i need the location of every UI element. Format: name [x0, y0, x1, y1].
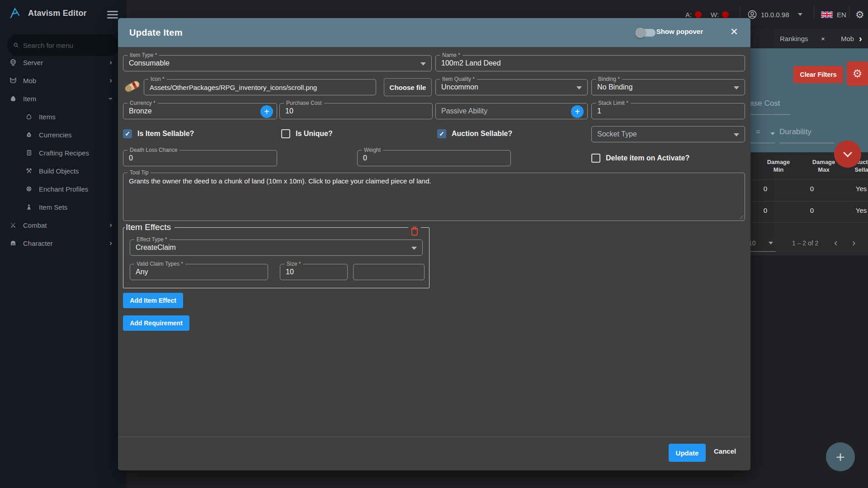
tab-scroll-right-icon[interactable]: ›: [859, 29, 862, 48]
sidebar-item-character[interactable]: Character ›: [0, 234, 127, 252]
atavism-logo-icon: [8, 6, 22, 20]
stack-limit-input[interactable]: Stack Limit * 1: [591, 103, 745, 119]
purchase-cost-input[interactable]: Purchase Cost 10: [279, 103, 433, 119]
sidebar-item-build-objects[interactable]: ⚒ Build Objects: [0, 162, 127, 180]
icon-path-input[interactable]: Icon * Assets/OtherPackages/RPG_inventor…: [144, 79, 376, 95]
filter-operator-caret-icon[interactable]: [770, 132, 775, 135]
item-type-select[interactable]: Item Type * Consumable: [123, 55, 432, 71]
settings-button[interactable]: ⚙: [855, 0, 864, 29]
sidebar-item-server[interactable]: Server ›: [0, 53, 127, 71]
delete-on-activate-checkbox[interactable]: Delete item on Activate?: [591, 154, 689, 163]
name-input[interactable]: Name * 100m2 Land Deed: [435, 55, 745, 71]
admin-status-label: A:: [685, 11, 692, 19]
enchant-orb-icon: [25, 186, 33, 192]
size-input[interactable]: Size * 10: [280, 264, 348, 280]
valid-claim-types-input[interactable]: Valid Claim Types * Any: [130, 264, 268, 280]
brand-name: Atavism Editor: [28, 9, 87, 18]
sidebar-item-crafting-recipes[interactable]: Crafting Recipes: [0, 144, 127, 162]
page-prev-icon[interactable]: ‹: [834, 237, 837, 249]
death-loss-chance-input[interactable]: Death Loss Chance 0: [123, 150, 277, 166]
sidebar-item-combat[interactable]: ⚔ Combat ›: [0, 216, 127, 234]
sidebar-search[interactable]: [7, 34, 119, 56]
checkbox-unchecked-icon: [281, 129, 290, 138]
menu-toggle-button[interactable]: [107, 11, 118, 20]
field-label: Purchase Cost: [284, 100, 324, 106]
col-header-damage-min[interactable]: Damage Min: [758, 158, 799, 174]
field-value: CreateClaim: [136, 244, 176, 252]
search-input[interactable]: [23, 42, 113, 49]
sidebar-item-label: Build Objects: [39, 167, 79, 175]
close-icon[interactable]: ×: [731, 24, 738, 39]
clear-filters-button[interactable]: Clear Filters: [793, 66, 843, 83]
add-currency-button[interactable]: +: [260, 105, 273, 118]
sidebar-item-label: Items: [39, 113, 56, 121]
field-value: No Binding: [597, 83, 632, 91]
page-size-underline: [747, 251, 776, 252]
filter-underline: [779, 143, 835, 143]
sidebar-item-label: Server: [23, 59, 43, 66]
page-next-icon[interactable]: ›: [852, 237, 855, 249]
sidebar-item-item[interactable]: Item ›: [0, 89, 127, 108]
add-item-effect-button[interactable]: Add Item Effect: [123, 293, 183, 308]
dialog-header: Update Item Show popover ×: [118, 18, 750, 47]
weight-input[interactable]: Weight 0: [357, 150, 511, 166]
choose-file-button[interactable]: Choose file: [384, 78, 432, 96]
auction-sellable-checkbox[interactable]: ✓ Auction Sellable?: [437, 129, 512, 138]
add-mob-fab[interactable]: +: [826, 442, 855, 471]
checkbox-label: Is Item Sellable?: [137, 130, 194, 138]
checkbox-unchecked-icon: [591, 154, 600, 163]
sidebar-item-currencies[interactable]: $ Currencies: [0, 126, 127, 144]
add-passive-ability-button[interactable]: +: [571, 105, 584, 118]
recipe-scroll-icon: [25, 150, 33, 156]
item-icon-preview: [122, 76, 142, 99]
sidebar-item-item-sets[interactable]: Item Sets: [0, 198, 127, 216]
dialog-title: Update Item: [129, 28, 183, 38]
passive-ability-field[interactable]: Passive Ability +: [435, 103, 588, 119]
row-divider: [750, 201, 868, 202]
tab-rankings-close-icon[interactable]: ×: [821, 29, 825, 48]
table-settings-button[interactable]: ⚙: [847, 61, 868, 86]
scroll-down-fab[interactable]: [834, 141, 861, 168]
tooltip-textarea[interactable]: Tool Tip Grants the owner the deed to a …: [123, 173, 745, 221]
filter-durability-input[interactable]: Durability: [779, 127, 811, 136]
topbar-divider: [849, 6, 849, 18]
sidebar-item-enchant-profiles[interactable]: Enchant Profiles: [0, 180, 127, 198]
effect-type-select[interactable]: Effect Type * CreateClaim: [130, 239, 423, 256]
field-label: Name *: [440, 52, 462, 58]
binding-select[interactable]: Binding * No Binding: [591, 79, 745, 95]
tab-rankings[interactable]: Rankings: [780, 29, 808, 48]
add-requirement-button[interactable]: Add Requirement: [123, 315, 189, 331]
show-popover-toggle[interactable]: [637, 29, 656, 37]
tab-mob[interactable]: Mob: [841, 29, 854, 48]
sidebar-item-items[interactable]: Items: [0, 108, 127, 126]
item-quality-select[interactable]: Item Quality * Uncommon: [435, 79, 588, 95]
language-selector[interactable]: EN: [821, 0, 846, 29]
page-size-caret-icon[interactable]: [769, 242, 773, 244]
is-unique-checkbox[interactable]: Is Unique?: [281, 129, 333, 138]
gear-icon: ⚙: [853, 67, 863, 80]
brand: Atavism Editor: [8, 6, 87, 20]
filter-operator[interactable]: =: [756, 127, 760, 136]
table-cell: 0: [798, 206, 826, 214]
currency-field[interactable]: Currency * Bronze +: [123, 103, 277, 119]
field-value: 100m2 Land Deed: [441, 59, 501, 67]
server-selector[interactable]: 10.0.0.98: [748, 0, 802, 29]
cancel-button[interactable]: Cancel: [714, 447, 736, 455]
socket-type-select[interactable]: Socket Type: [591, 126, 745, 142]
resize-handle[interactable]: [738, 214, 743, 219]
field-label: Weight: [362, 147, 383, 153]
is-item-sellable-checkbox[interactable]: ✓ Is Item Sellable?: [123, 129, 194, 138]
checkbox-checked-icon: ✓: [437, 129, 446, 138]
table-cell: 0: [752, 206, 779, 214]
swords-icon: ⚔: [9, 221, 17, 230]
update-button[interactable]: Update: [669, 444, 706, 462]
delete-effect-button[interactable]: [408, 226, 421, 238]
sidebar-item-mob[interactable]: Mob ›: [0, 71, 127, 89]
dropdown-caret-icon: [734, 86, 739, 89]
search-icon: [14, 41, 19, 49]
field-label: Binding *: [596, 76, 622, 82]
field-placeholder: Passive Ability: [441, 107, 487, 115]
empty-effect-field[interactable]: [353, 264, 425, 280]
dropdown-caret-icon: [576, 86, 582, 89]
world-status-dot: [722, 11, 729, 18]
